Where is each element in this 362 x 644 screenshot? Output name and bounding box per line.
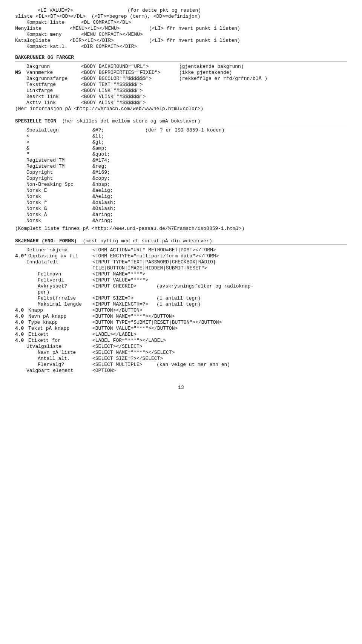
list-item: & &amp; [15,145,347,151]
code-cell: <BODY ALINK="#$$$$$$"> [81,100,146,106]
code-cell: &#169; [92,170,110,175]
list-item: Kompakt meny <MENU COMPACT></MENU> [15,32,347,37]
label-cell: Menyliste [15,26,70,31]
desc-cell: (for dette pkt og resten) [98,8,201,13]
code-cell: &#174; [92,158,110,163]
list-item: per) [15,289,347,295]
desc-cell: (i antall tegn) [156,295,201,301]
label-cell: Feltnavn [15,271,92,277]
code-cell: <BODY LINK="#$$$$$$"> [81,88,143,93]
label-cell: & [15,145,92,151]
list-item: > &gt; [15,139,347,145]
label-cell: Bakgrunnsfarge [15,76,81,81]
code-cell: &gt; [92,139,104,145]
code-cell: <LABEL></LABEL> [92,332,137,337]
list-item: Navn pÅ liste <SELECT NAME="***"></SELEC… [15,350,347,355]
label-cell: " [15,151,92,157]
list-item: Copyright &copy; [15,176,347,181]
label-cell: Aktiv link [15,100,81,106]
list-item: Spesialtegn &#?; (der ? er ISO 8859-1 ko… [15,127,347,133]
code-cell: &#?; [92,127,138,133]
list-item: <LI VALUE=?> (for dette pkt og resten) [15,8,347,13]
code-cell: <INPUT MAXLENGTH=?> [92,301,156,307]
code-cell: &nbsp; [92,182,110,187]
list-item: (Mer informasjon pÅ <http://werbach.com/… [15,106,347,112]
label-cell: Norsk ř [15,200,92,205]
prefix-cell: MS [15,70,26,75]
code-cell: FILE|BUTTON|IMAGE|HIDDEN|SUBMIT|RESET"> [92,265,207,271]
list-item: (Komplett liste finnes pÅ <http://www.un… [15,226,347,231]
prefix-cell: 4.0 [15,338,28,343]
label-cell: Definer skjema [15,247,92,253]
label-cell: Spesialtegn [15,127,92,133]
list-item: FILE|BUTTON|IMAGE|HIDDEN|SUBMIT|RESET"> [15,265,347,271]
label-cell: Registered TM [15,164,92,169]
section-divider [15,61,347,61]
list-item: Norsk &Aelig; [15,194,347,199]
code-cell: &amp; [92,145,107,151]
label-cell: Bakgrunn [15,64,81,69]
list-item: Kompakt liste <DL COMPACT></DL> [15,20,347,25]
page-number: 13 [15,385,347,390]
list-item: Besřkt link <BODY VLINK="#$$$$$$"> [15,94,347,99]
code-cell: <MENU><LI></MENU> [70,26,149,31]
code-cell: &Aelig; [92,194,113,199]
list-item: Utvalgsliste <SELECT></SELECT> [15,344,347,349]
list-item: < &lt; [15,133,347,139]
code-cell: <DL COMPACT></DL> [81,20,131,25]
list-item: MS Vannmerke <BODY BGPROPERTIES="FIXED">… [15,70,347,75]
code-cell: <SELECT MULTIPLE> [92,362,156,367]
list-item: Norsk &Aring; [15,218,347,223]
list-item: 4.0* Opplasting av fil <FORM ENCTYPE="mu… [15,253,347,259]
label-cell: Kompakt meny [15,32,81,37]
code-cell: <MENU COMPACT></MENU> [81,32,143,37]
desc-cell: (avskrysningsfelter og radioknap- [156,283,253,289]
label-cell: Norsk Å [15,212,92,217]
desc-cell: (kan velge ut mer enn en) [156,362,230,367]
code-cell: <DIR><LI></DIR> [70,38,149,43]
code-cell: <FORM ACTION="URL" METHOD=GET|POST></FOR… [92,247,216,253]
list-item: Flervalg? <SELECT MULTIPLE> (kan velge u… [15,362,347,367]
label-cell: Norsk [15,218,92,223]
label-cell: Norsk ß [15,206,92,211]
code-cell: &copy; [92,176,110,181]
list-item: Aktiv link <BODY ALINK="#$$$$$$"> [15,100,347,106]
desc-cell: sliste <DL><DT><DD></DL> (<DT>=begrep (t… [15,14,200,19]
label-cell: Norsk [15,194,92,199]
list-item: Antall alt. <SELECT SIZE=?></SELECT> [15,356,347,361]
desc-cell: (Mer informasjon pÅ <http://werbach.com/… [15,106,203,112]
label-cell: Feltverdi [15,277,92,283]
label-cell: Feltstřrrelse [15,295,92,301]
label-cell: Navn pÅ liste [15,350,92,355]
section-divider [15,245,347,245]
label-cell: < [15,133,92,139]
list-item: Valgbart element <OPTION> [15,368,347,373]
label-cell: Besřkt link [15,94,81,99]
code-cell: &Oslash; [92,206,116,211]
code-cell: <BUTTON NAME="***"></BUTTON> [92,314,175,319]
prefix-cell: 4.0 [15,314,28,319]
list-item: 4.0 Knapp <BUTTON></BUTTON> [15,307,347,313]
label-cell: Flervalg? [15,362,92,367]
list-item: 4.0 Navn pÅ knapp <BUTTON NAME="***"></B… [15,314,347,319]
section-divider [15,125,347,125]
label-cell: Type knapp [28,320,92,325]
label-cell: Copyright [15,176,92,181]
list-item: Norsk Å &aring; [15,212,347,217]
desc-cell: (<LI> fřr hvert punkt i listen) [149,38,240,43]
label-cell: Copyright [15,170,92,175]
code-cell: <BODY BGPROPERTIES="FIXED"> [81,70,179,75]
code-cell: <BODY VLINK="#$$$$$$"> [81,94,146,99]
code-cell: <INPUT CHECKED> [92,283,156,289]
label-cell: Vannmerke [26,70,81,75]
list-item: Tekstfarge <BODY TEXT="#$$$$$$"> [15,82,347,87]
list-item: Registered TM &reg; [15,164,347,169]
list-item: Copyright &#169; [15,170,347,175]
label-cell: Norsk Ê [15,188,92,193]
desc-cell: (der ? er ISO 8859-1 koden) [138,127,225,133]
list-item: 4.0 Tekst pÅ knapp <BUTTON VALUE="***"><… [15,326,347,331]
prefix-cell: 4.0 [15,326,28,331]
label-cell [15,265,92,271]
list-item: Feltstřrrelse <INPUT SIZE=?> (i antall t… [15,295,347,301]
label-cell: Kompakt kat.l. [15,44,81,49]
